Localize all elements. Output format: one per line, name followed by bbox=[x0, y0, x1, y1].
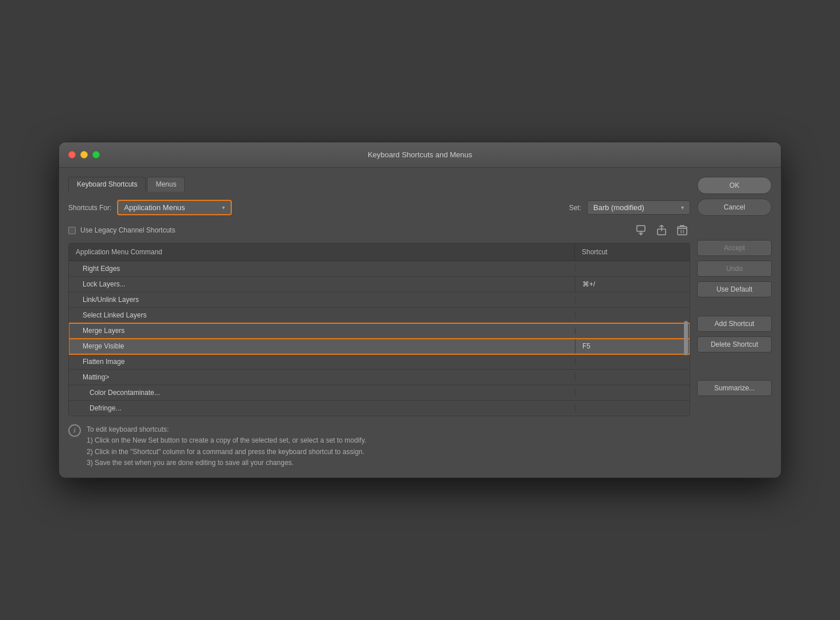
icon-buttons bbox=[633, 223, 690, 237]
command-label: Select Linked Layers bbox=[69, 308, 575, 323]
info-line-2: 2) Click in the "Shortcut" column for a … bbox=[87, 448, 364, 456]
command-label: Merge Visible bbox=[69, 339, 575, 354]
load-set-button[interactable] bbox=[654, 223, 670, 237]
traffic-lights bbox=[68, 151, 100, 158]
titlebar: Keyboard Shortcuts and Menus bbox=[59, 142, 781, 168]
command-label: Link/Unlink Layers bbox=[69, 292, 575, 307]
shortcut-value[interactable] bbox=[575, 265, 690, 272]
col-command-header: Application Menu Command bbox=[69, 243, 575, 261]
controls-row: Shortcuts For: Application Menus ▾ Set: … bbox=[68, 200, 690, 215]
shortcut-value[interactable]: F5 bbox=[575, 339, 690, 354]
tabs-bar: Keyboard Shortcuts Menus bbox=[68, 177, 690, 192]
accept-button[interactable]: Accept bbox=[697, 240, 772, 256]
set-label: Set: bbox=[569, 204, 581, 212]
window-title: Keyboard Shortcuts and Menus bbox=[368, 150, 472, 159]
table-row[interactable]: Color Decontaminate... bbox=[69, 385, 690, 401]
side-panel: OK Cancel Accept Undo Use Default Add Sh… bbox=[697, 177, 772, 468]
command-label: Defringe... bbox=[69, 401, 575, 416]
summarize-button[interactable]: Summarize... bbox=[697, 380, 772, 396]
minimize-button[interactable] bbox=[80, 151, 88, 158]
ok-cancel-group: OK Cancel bbox=[697, 177, 772, 216]
table-row[interactable]: Link/Unlink Layers bbox=[69, 292, 690, 308]
shortcut-value[interactable] bbox=[575, 374, 690, 381]
chevron-down-icon-2: ▾ bbox=[681, 204, 684, 211]
tab-menus[interactable]: Menus bbox=[147, 177, 185, 192]
shortcuts-for-label: Shortcuts For: bbox=[68, 204, 111, 212]
shortcut-value[interactable] bbox=[575, 405, 690, 412]
table-row[interactable]: Right Edges bbox=[69, 261, 690, 277]
command-label: Right Edges bbox=[69, 261, 575, 276]
table-header: Application Menu Command Shortcut bbox=[69, 243, 690, 261]
top-controls: Use Legacy Channel Shortcuts bbox=[68, 223, 690, 237]
shortcuts-table: Application Menu Command Shortcut Right … bbox=[68, 243, 690, 416]
command-label: Color Decontaminate... bbox=[69, 385, 575, 400]
command-label: Matting> bbox=[69, 370, 575, 385]
shortcut-value[interactable] bbox=[575, 389, 690, 396]
info-icon: i bbox=[68, 424, 81, 437]
table-row[interactable]: Select Linked Layers bbox=[69, 308, 690, 323]
info-line-1: 1) Click on the New Set button to create… bbox=[87, 436, 366, 444]
table-row[interactable]: Matting> bbox=[69, 370, 690, 385]
scrollbar-thumb[interactable] bbox=[684, 321, 688, 355]
shortcut-value[interactable] bbox=[575, 296, 690, 303]
svg-rect-0 bbox=[637, 226, 645, 231]
shortcuts-for-value: Application Menus bbox=[124, 203, 185, 212]
summarize-group: Summarize... bbox=[697, 380, 772, 396]
info-prefix: To edit keyboard shortcuts: bbox=[87, 425, 169, 433]
table-row-merge-visible[interactable]: Merge Visible F5 bbox=[69, 339, 690, 354]
legacy-row: Use Legacy Channel Shortcuts bbox=[68, 226, 175, 234]
cancel-button[interactable]: Cancel bbox=[697, 199, 772, 216]
main-panel: Keyboard Shortcuts Menus Shortcuts For: … bbox=[68, 177, 690, 468]
svg-rect-2 bbox=[678, 227, 687, 235]
set-value: Barb (modified) bbox=[593, 203, 644, 212]
ok-button[interactable]: OK bbox=[697, 177, 772, 194]
use-default-button[interactable]: Use Default bbox=[697, 281, 772, 297]
info-section: i To edit keyboard shortcuts: 1) Click o… bbox=[68, 424, 690, 468]
legacy-checkbox[interactable] bbox=[68, 227, 76, 234]
command-label: Merge Layers bbox=[69, 323, 575, 338]
shortcut-value[interactable] bbox=[575, 312, 690, 319]
delete-set-button[interactable] bbox=[674, 223, 690, 237]
shortcut-value[interactable] bbox=[575, 327, 690, 334]
undo-button[interactable]: Undo bbox=[697, 261, 772, 277]
info-line-3: 3) Save the set when you are done editin… bbox=[87, 459, 294, 467]
table-row[interactable]: Defringe... bbox=[69, 401, 690, 416]
shortcut-value[interactable] bbox=[575, 358, 690, 365]
col-shortcut-header: Shortcut bbox=[575, 243, 690, 261]
close-button[interactable] bbox=[68, 151, 76, 158]
maximize-button[interactable] bbox=[92, 151, 100, 158]
command-label: Flatten Image bbox=[69, 354, 575, 369]
table-body: Right Edges Lock Layers... ⌘+/ Link/Unli… bbox=[69, 261, 690, 416]
shortcuts-for-dropdown[interactable]: Application Menus ▾ bbox=[117, 200, 232, 215]
delete-shortcut-button[interactable]: Delete Shortcut bbox=[697, 336, 772, 352]
action-buttons-group: Accept Undo Use Default bbox=[697, 240, 772, 297]
legacy-label: Use Legacy Channel Shortcuts bbox=[80, 226, 175, 234]
chevron-down-icon: ▾ bbox=[222, 204, 225, 211]
tab-keyboard-shortcuts[interactable]: Keyboard Shortcuts bbox=[68, 177, 146, 192]
add-shortcut-button[interactable]: Add Shortcut bbox=[697, 316, 772, 332]
info-text: To edit keyboard shortcuts: 1) Click on … bbox=[87, 424, 366, 468]
table-row-merge-layers[interactable]: Merge Layers bbox=[69, 323, 690, 339]
main-window: Keyboard Shortcuts and Menus Keyboard Sh… bbox=[59, 142, 781, 478]
set-dropdown[interactable]: Barb (modified) ▾ bbox=[587, 200, 690, 215]
table-row[interactable]: Flatten Image bbox=[69, 354, 690, 370]
shortcut-buttons-group: Add Shortcut Delete Shortcut bbox=[697, 316, 772, 352]
save-set-button[interactable] bbox=[633, 223, 649, 237]
shortcut-value[interactable]: ⌘+/ bbox=[575, 277, 690, 292]
command-label: Lock Layers... bbox=[69, 277, 575, 292]
content-area: Keyboard Shortcuts Menus Shortcuts For: … bbox=[59, 168, 781, 478]
table-row[interactable]: Lock Layers... ⌘+/ bbox=[69, 277, 690, 292]
